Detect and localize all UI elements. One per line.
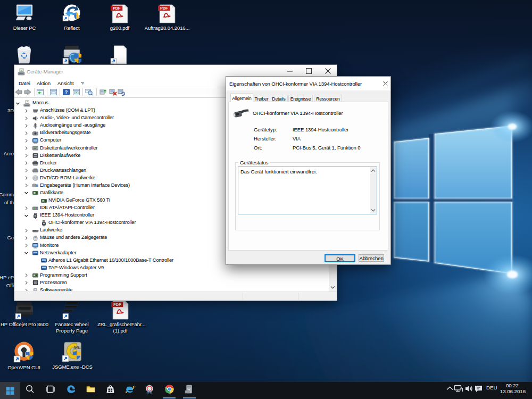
svg-text:PDF: PDF: [113, 302, 121, 307]
svg-text:PDF: PDF: [113, 6, 121, 11]
svg-text:?: ?: [65, 89, 68, 95]
svg-text:PDF: PDF: [160, 6, 168, 11]
svg-text:ME: ME: [73, 344, 81, 350]
